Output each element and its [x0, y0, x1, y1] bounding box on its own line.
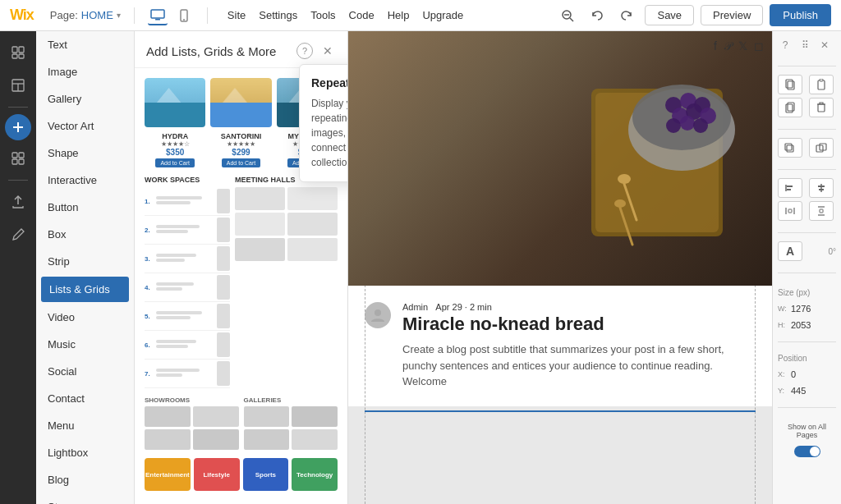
rp-duplicate-btn[interactable]: [778, 98, 802, 117]
rp-move-fwd-btn[interactable]: [778, 138, 802, 158]
sidebar-item-strip[interactable]: Strip: [36, 248, 134, 275]
sidebar-item-social[interactable]: Social: [36, 358, 134, 385]
publish-button[interactable]: Publish: [770, 4, 831, 26]
rp-copy-btn[interactable]: [778, 75, 802, 94]
grid-item-btn-hydra[interactable]: Add to Cart: [155, 158, 194, 167]
components-icon[interactable]: [3, 71, 33, 100]
sidebar-item-contact[interactable]: Contact: [36, 385, 134, 412]
category-technology[interactable]: Technology: [292, 458, 338, 491]
svg-point-33: [618, 174, 631, 184]
sidebar-item-video[interactable]: Video: [36, 304, 134, 331]
rp-y-value: 445: [791, 386, 806, 396]
category-entertainment[interactable]: Entertainment: [145, 458, 191, 491]
rp-icon-row: ? ⠿ ✕: [778, 38, 832, 53]
zoom-out-icon[interactable]: [556, 4, 579, 27]
pages-icon[interactable]: [3, 38, 33, 67]
nav-upgrade[interactable]: Upgrade: [422, 9, 463, 21]
rp-distribute-h-btn[interactable]: [778, 201, 802, 221]
nav-code[interactable]: Code: [349, 9, 375, 21]
svg-rect-16: [12, 153, 17, 158]
save-button[interactable]: Save: [645, 5, 694, 25]
undo-icon[interactable]: [586, 4, 609, 27]
sidebar-item-music[interactable]: Music: [36, 331, 134, 358]
food-image-svg: [575, 39, 756, 277]
sidebar-item-text[interactable]: Text: [36, 31, 134, 58]
sidebar-item-interactive[interactable]: Interactive: [36, 167, 134, 194]
list-row-3: 3.: [145, 245, 230, 273]
rp-paste-btn[interactable]: [809, 75, 834, 94]
sidebar-item-button[interactable]: Button: [36, 194, 134, 221]
rp-move-back-btn[interactable]: [809, 138, 834, 158]
desktop-icon[interactable]: [148, 6, 168, 25]
category-sports[interactable]: Sports: [243, 458, 289, 491]
sidebar-item-box[interactable]: Box: [36, 221, 134, 248]
sidebar-item-store[interactable]: Store: [36, 493, 134, 504]
sidebar-item-lightbox[interactable]: Lightbox: [36, 439, 134, 466]
rp-x-label: X:: [778, 370, 788, 378]
rp-align-left-btn[interactable]: [778, 178, 802, 198]
svg-rect-54: [819, 189, 824, 190]
category-label-technology: Technology: [296, 471, 333, 479]
nav-help[interactable]: Help: [388, 9, 410, 21]
sidebar-item-image[interactable]: Image: [36, 58, 134, 85]
sidebar-item-shape[interactable]: Shape: [36, 140, 134, 167]
close-icon[interactable]: ✕: [319, 43, 336, 59]
nav-tools[interactable]: Tools: [310, 9, 335, 21]
upload-icon[interactable]: [3, 187, 33, 217]
pinterest-icon[interactable]: 𝒫: [724, 39, 732, 53]
preview-button[interactable]: Preview: [701, 5, 763, 25]
chevron-down-icon[interactable]: ▾: [117, 11, 121, 20]
instagram-icon[interactable]: ◻: [754, 39, 764, 53]
svg-rect-7: [12, 47, 17, 53]
grid-item-btn-santorini[interactable]: Add to Cart: [222, 158, 260, 167]
pen-icon[interactable]: [3, 220, 33, 250]
blog-title: Miracle no-knead bread: [402, 314, 756, 335]
list-col-meeting: MEETING HALLS: [235, 176, 338, 388]
help-icon[interactable]: ?: [296, 43, 313, 59]
mobile-icon[interactable]: [174, 6, 194, 25]
redo-icon[interactable]: [615, 4, 638, 27]
facebook-icon[interactable]: f: [714, 39, 717, 53]
svg-rect-9: [12, 54, 17, 58]
rp-text-btn[interactable]: A: [778, 241, 802, 261]
svg-rect-53: [818, 186, 825, 187]
blog-content: Admin Apr 29 · 2 min Miracle no-knead br…: [402, 302, 756, 390]
rp-close-icon[interactable]: ✕: [817, 38, 832, 53]
nav-site[interactable]: Site: [227, 9, 246, 21]
twitter-icon[interactable]: 𝕏: [738, 39, 747, 53]
svg-rect-10: [19, 54, 24, 58]
rp-width-label: W:: [778, 305, 788, 313]
category-label-lifestyle: Lifestyle: [203, 471, 229, 479]
svg-rect-50: [787, 186, 793, 187]
tool-divider2: [8, 180, 28, 181]
category-lifestyle[interactable]: Lifestyle: [194, 458, 240, 491]
grid-item-santorini[interactable]: SANTORINI ★★★★★ $299 Add to Cart: [210, 78, 271, 167]
list-row-1: 1.: [145, 187, 230, 216]
svg-point-31: [680, 116, 695, 131]
svg-rect-0: [151, 10, 164, 18]
blog-meta: Admin Apr 29 · 2 min: [402, 302, 756, 312]
list-row-4: 4.: [145, 273, 230, 302]
rp-distribute-v-btn[interactable]: [809, 201, 834, 221]
nav-settings[interactable]: Settings: [259, 9, 297, 21]
topbar: Wix Page: HOME ▾ Site Settings Tools Cod…: [0, 0, 841, 31]
rp-divider5: [778, 273, 836, 273]
add-icon[interactable]: [5, 114, 31, 140]
sidebar-item-lists-grids[interactable]: Lists & Grids: [41, 277, 129, 302]
svg-point-37: [375, 309, 381, 316]
grid-item-hydra[interactable]: HYDRA ★★★★☆ $350 Add to Cart: [145, 78, 205, 167]
grid-item-label-hydra: HYDRA: [145, 132, 205, 140]
sidebar-item-menu[interactable]: Menu: [36, 412, 134, 439]
svg-rect-57: [788, 209, 792, 213]
rp-grid-icon[interactable]: ⠿: [797, 38, 812, 53]
apps-icon[interactable]: [3, 144, 33, 173]
sidebar-item-vector-art[interactable]: Vector Art: [36, 112, 134, 140]
sidebar-item-blog[interactable]: Blog: [36, 466, 134, 493]
rp-delete-btn[interactable]: [809, 98, 834, 117]
rp-show-all-toggle[interactable]: [794, 446, 820, 457]
tooltip-popup-header: Repeaters ✕: [311, 76, 348, 89]
svg-point-32: [693, 118, 708, 133]
sidebar-item-gallery[interactable]: Gallery: [36, 85, 134, 112]
rp-align-center-btn[interactable]: [809, 178, 834, 198]
rp-question-icon[interactable]: ?: [778, 38, 793, 53]
